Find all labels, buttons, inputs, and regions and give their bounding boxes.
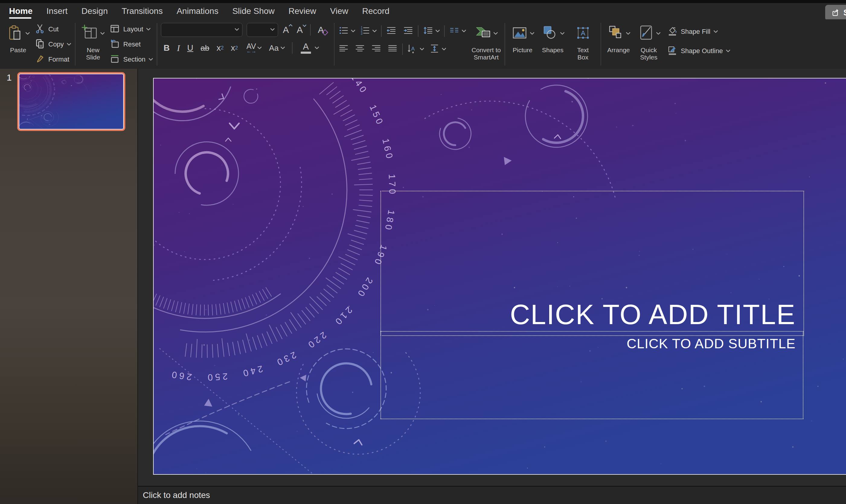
clear-formatting-button[interactable]: A [315,23,330,37]
shapes-button[interactable]: Shapes [539,22,567,54]
align-text-vertical-button[interactable] [429,43,440,55]
powerpoint-window: Home Insert Design Transitions Animation… [0,0,846,504]
shapes-label: Shapes [542,47,563,54]
shape-outline-button[interactable]: Shape Outline [667,44,730,58]
picture-button[interactable]: Picture [509,22,536,54]
paragraph-group: 123 [338,20,501,69]
text-box-button[interactable]: A Text Box [569,22,597,61]
subtitle-placeholder-text: CLICK TO ADD SUBTITLE [627,336,796,352]
tab-bar: Home Insert Design Transitions Animation… [0,3,846,19]
tab-transitions[interactable]: Transitions [122,3,163,19]
dial-number: 170 [54,88,55,91]
title-placeholder[interactable]: CLICK TO ADD TITLE [381,191,804,336]
text-direction-button[interactable]: A [407,43,418,55]
section-icon [109,53,120,66]
quick-styles-button[interactable]: Quick Styles [635,22,663,61]
chevron-down-icon [372,30,377,33]
bold-button[interactable]: B [161,41,172,55]
arrange-icon [607,24,624,43]
drawing-group: Arrange Quick Styles Shape Fill [605,20,730,69]
superscript-button[interactable]: x2 [214,41,226,55]
underline-button[interactable]: U [184,41,196,55]
superscript-base: x [216,43,221,53]
svg-text:A: A [411,46,415,52]
copy-button[interactable]: Copy [34,37,71,51]
font-color-button[interactable]: A [297,41,322,55]
convert-to-smartart-button[interactable]: Convert to SmartArt [472,22,501,61]
notes-pane[interactable]: Click to add notes [138,486,846,504]
smartart-label: Convert to SmartArt [472,47,501,61]
decrease-indent-button[interactable] [386,25,397,37]
share-label: Sh [843,8,846,18]
format-painter-button[interactable]: Format [34,53,71,66]
align-left-button[interactable] [338,43,349,55]
layout-icon [109,23,120,35]
text-box-icon: A [574,24,592,43]
tab-home[interactable]: Home [9,3,33,19]
increase-indent-button[interactable] [403,25,413,37]
justify-button[interactable] [387,43,398,55]
reset-button[interactable]: Reset [109,37,153,51]
share-button[interactable]: Sh [825,5,846,20]
arrange-button[interactable]: Arrange [605,22,633,54]
tab-view[interactable]: View [330,3,348,19]
shrink-font-button[interactable]: A [294,23,306,37]
window-top-strip [0,0,846,3]
chevron-down-icon [462,30,466,33]
kerning-arrows: ←→ [246,49,256,54]
italic-button[interactable]: I [174,41,183,55]
tab-slide-show[interactable]: Slide Show [232,3,275,19]
slides-group: New Slide Layout Reset [79,20,153,69]
share-icon [831,8,840,17]
slide-canvas[interactable]: 140150160170180190200210220230240250260 … [153,78,846,475]
slide-number: 1 [7,72,12,83]
subscript-button[interactable]: x2 [228,41,241,55]
strikethrough-button[interactable]: ab [198,41,212,55]
tab-review[interactable]: Review [289,3,316,19]
columns-button[interactable] [449,25,460,37]
ribbon-tabs: Home Insert Design Transitions Animation… [0,3,846,19]
separator [310,24,311,36]
font-name-select[interactable] [161,23,243,37]
shape-fill-button[interactable]: Shape Fill [667,25,730,39]
dial-number: 250 [205,372,228,383]
separator [402,43,403,55]
tab-record[interactable]: Record [362,3,389,19]
section-button[interactable]: Section [109,53,153,66]
change-case-button[interactable]: Aa [266,41,288,55]
picture-label: Picture [513,47,532,54]
slide-editing-area: 140150160170180190200210220230240250260 … [138,69,846,504]
layout-button[interactable]: Layout [109,22,153,36]
cut-button[interactable]: Cut [34,22,71,36]
smartart-icon [474,24,492,43]
group-divider [75,23,75,66]
chevron-down-icon [530,32,534,35]
ribbon: Paste Cut Copy [0,19,846,71]
copy-label: Copy [48,40,64,48]
format-brush-icon [34,53,45,66]
tab-insert[interactable]: Insert [47,3,68,19]
align-right-button[interactable] [371,43,382,55]
line-spacing-button[interactable] [423,25,434,37]
align-center-button[interactable] [354,43,365,55]
tab-animations[interactable]: Animations [177,3,218,19]
bullets-button[interactable] [338,25,349,37]
separator [381,25,382,37]
character-spacing-button[interactable]: AV←→ [243,41,264,55]
new-slide-label: New Slide [86,47,100,61]
chevron-down-icon [234,28,239,31]
chevron-down-icon [442,48,446,51]
new-slide-button[interactable]: New Slide [79,22,107,61]
paste-button[interactable]: Paste [4,22,32,54]
tab-design[interactable]: Design [82,3,108,19]
svg-text:A: A [581,29,585,37]
slide-thumbnail-panel: 1 14015016017018019020021022023024025026… [0,69,137,504]
chevron-down-icon [420,48,424,51]
grow-font-button[interactable]: A [280,23,292,37]
numbering-button[interactable]: 123 [359,25,370,37]
grow-font-label: A [283,25,289,35]
font-size-select[interactable] [247,23,278,37]
new-slide-icon [81,24,99,43]
slide-thumbnail-1[interactable]: 140150160170180190200210220230240250260 [17,72,125,131]
subtitle-placeholder[interactable]: CLICK TO ADD SUBTITLE [381,331,804,419]
